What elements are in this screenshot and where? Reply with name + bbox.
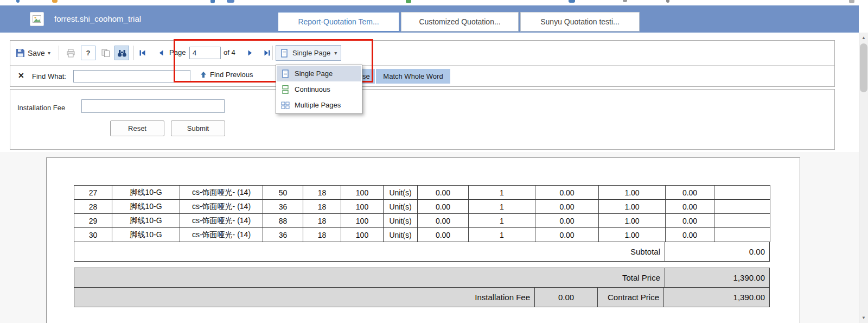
- table-cell: [714, 200, 770, 214]
- save-button-label: Save: [28, 49, 45, 58]
- save-button[interactable]: Save ▾: [16, 46, 50, 60]
- bookmark-fragment: [849, 0, 854, 3]
- save-icon: [16, 48, 25, 58]
- find-input[interactable]: [73, 70, 190, 83]
- vertical-scrollbar[interactable]: ▲ ▼: [859, 33, 868, 323]
- last-page-button[interactable]: [261, 47, 273, 59]
- find-button[interactable]: [114, 46, 129, 60]
- table-cell: 100: [341, 228, 384, 242]
- table-cell: 18: [303, 186, 341, 200]
- table-cell: 0.00: [666, 228, 714, 242]
- subtotal-value: 0.00: [665, 242, 769, 261]
- total-price-row: Total Price 1,390.00: [74, 268, 770, 288]
- menu-item-label: Continuous: [295, 85, 330, 93]
- print-icon: [66, 49, 75, 58]
- menu-item-label: Multiple Pages: [295, 101, 341, 109]
- table-cell: [714, 228, 770, 242]
- toolbar-main-row: Save ▾ ? Page o: [10, 41, 834, 65]
- page-label: Page: [169, 48, 186, 56]
- submit-button[interactable]: Submit: [171, 121, 225, 136]
- match-whole-word-label: Match Whole Word: [383, 72, 443, 80]
- previous-page-button[interactable]: [155, 47, 167, 59]
- bookmark-fragment: [227, 0, 234, 3]
- table-cell: 88: [263, 214, 303, 228]
- last-page-icon: [263, 49, 271, 57]
- installation-fee-row-value: 0.00: [535, 288, 598, 307]
- tab-sunyu-quotation-testing[interactable]: Sunyu Quotation testi...: [520, 12, 640, 31]
- tab-report-quotation-template[interactable]: Report-Quotation Tem...: [278, 12, 399, 31]
- multiple-pages-icon: [281, 101, 290, 110]
- page-number-input[interactable]: [189, 47, 221, 59]
- report-tabs: Report-Quotation Tem... Customized Quota…: [278, 12, 640, 31]
- print-button[interactable]: [63, 46, 78, 60]
- table-cell: 50: [263, 186, 303, 200]
- menu-item-multiple-pages[interactable]: Multiple Pages: [277, 97, 361, 113]
- next-page-button[interactable]: [244, 47, 256, 59]
- find-previous-button[interactable]: Find Previous: [200, 71, 253, 79]
- first-page-button[interactable]: [136, 47, 148, 59]
- table-cell: 脚线10-G: [112, 228, 180, 242]
- installation-fee-input[interactable]: [81, 99, 225, 113]
- view-mode-caret-icon: ▾: [334, 50, 337, 56]
- table-cell: 脚线10-G: [112, 214, 180, 228]
- quotation-table-section: 27脚线10-Gcs-饰面哑光- (14)5018100Unit(s)0.001…: [74, 185, 770, 307]
- table-cell: 0.00: [666, 200, 714, 214]
- scroll-down-icon[interactable]: ▼: [859, 313, 868, 322]
- table-cell: 0.00: [535, 214, 599, 228]
- table-row: 28脚线10-Gcs-饰面哑光- (14)3618100Unit(s)0.001…: [74, 200, 770, 214]
- parameters-panel: Installation Fee Reset Submit: [10, 89, 835, 150]
- bookmark-fragment: [16, 0, 20, 3]
- parameters-panel-button[interactable]: ?: [81, 46, 95, 60]
- bookmark-fragment: [406, 0, 411, 3]
- toolbar-separator: [133, 46, 134, 60]
- menu-item-single-page[interactable]: Single Page: [277, 66, 361, 81]
- table-cell: 36: [263, 228, 303, 242]
- table-cell: 29: [74, 214, 112, 228]
- view-mode-dropdown-button[interactable]: Single Page ▾: [276, 45, 341, 61]
- table-cell: 0.00: [535, 228, 599, 242]
- table-cell: 18: [303, 200, 341, 214]
- menu-item-continuous[interactable]: Continuous: [277, 81, 361, 97]
- next-page-icon: [246, 49, 254, 57]
- table-cell: 脚线10-G: [112, 186, 180, 200]
- header-bar: forrest.shi_coohom_trial Report-Quotatio…: [0, 5, 859, 33]
- bookmark-fragment: [52, 0, 58, 3]
- close-find-icon[interactable]: ✕: [18, 71, 24, 80]
- viewer-toolbar: Save ▾ ? Page o: [10, 40, 835, 87]
- scroll-up-icon[interactable]: ▲: [859, 33, 868, 42]
- copy-button[interactable]: [98, 46, 113, 60]
- match-whole-word-toggle[interactable]: Match Whole Word: [376, 69, 450, 84]
- table-cell: 1: [469, 214, 535, 228]
- document-image-icon: [30, 12, 44, 26]
- toolbar-separator: [59, 46, 59, 60]
- arrow-up-icon: [200, 71, 207, 78]
- find-bar: ✕ Find What: Find Previous Find Next Mat…: [10, 65, 834, 86]
- table-cell: 0.00: [418, 228, 469, 242]
- table-cell: 0.00: [418, 186, 469, 200]
- table-cell: 30: [74, 228, 112, 242]
- table-cell: 脚线10-G: [112, 200, 180, 214]
- report-title: forrest.shi_coohom_trial: [54, 14, 141, 23]
- bookmark-fragment: [210, 0, 215, 3]
- table-cell: 1.00: [599, 214, 666, 228]
- quotation-table: 27脚线10-Gcs-饰面哑光- (14)5018100Unit(s)0.001…: [74, 185, 770, 242]
- total-price-value: 1,390.00: [665, 268, 769, 287]
- table-cell: 1: [469, 200, 535, 214]
- contract-price-value: 1,390.00: [664, 288, 769, 307]
- table-cell: 100: [341, 200, 384, 214]
- view-mode-label: Single Page: [292, 49, 330, 57]
- tab-customized-quotation[interactable]: Customized Quotation...: [401, 12, 519, 31]
- table-cell: 1.00: [599, 186, 666, 200]
- find-previous-label: Find Previous: [210, 71, 253, 79]
- table-cell: 1.00: [599, 200, 666, 214]
- reset-button[interactable]: Reset: [110, 121, 164, 136]
- installation-fee-label: Installation Fee: [17, 104, 65, 112]
- scrollbar-thumb[interactable]: [860, 43, 867, 92]
- table-cell: Unit(s): [384, 200, 418, 214]
- question-mark-icon: ?: [86, 49, 91, 57]
- previous-page-icon: [157, 49, 165, 57]
- table-cell: 0.00: [535, 200, 599, 214]
- table-cell: 100: [341, 214, 384, 228]
- binoculars-icon: [117, 49, 127, 58]
- table-cell: 1.00: [599, 228, 666, 242]
